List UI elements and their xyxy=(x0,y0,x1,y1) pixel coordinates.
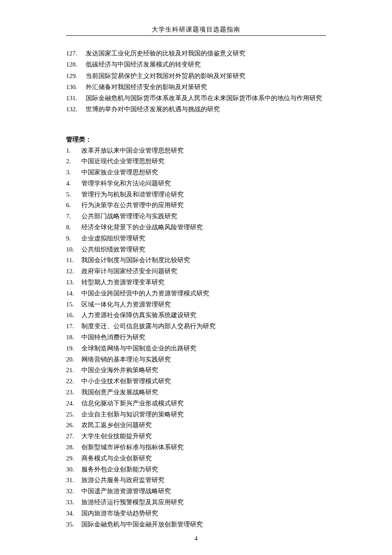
list-number: 128. xyxy=(66,59,86,70)
list-number: 14. xyxy=(66,288,81,299)
list-item: 19.全球制造网络与中国制造企业的出路研究 xyxy=(66,343,326,354)
list-text: 制度变迁、公司信息披露与内部人交易行为研究 xyxy=(81,321,326,332)
list-item: 28.创新型城市评价标准与指标体系研究 xyxy=(66,442,326,453)
list-item: 3.中国家族企业管理思想研究 xyxy=(66,167,326,178)
list-number: 22. xyxy=(66,376,81,387)
list-text: 中国企业海外并购策略研究 xyxy=(81,365,326,376)
list-number: 23. xyxy=(66,387,81,398)
list-text: 中小企业技术创新管理模式研究 xyxy=(81,376,326,387)
list-item: 7.公共部门战略管理理论与实践研究 xyxy=(66,211,326,222)
list-number: 21. xyxy=(66,365,81,376)
list-number: 13. xyxy=(66,277,81,288)
list-number: 35. xyxy=(66,519,81,530)
list-number: 27. xyxy=(66,431,81,442)
list-text: 中国企业跨国经营中的人力资源管理模式研究 xyxy=(81,288,326,299)
list-text: 中国家族企业管理思想研究 xyxy=(81,167,326,178)
list-number: 11. xyxy=(66,255,81,266)
list-item: 16.人力资源社会保障仿真实验系统建设研究 xyxy=(66,310,326,321)
list-number: 26. xyxy=(66,420,81,431)
list-number: 131. xyxy=(66,92,86,104)
list-item: 1.改革开放以来中国企业管理思想研究 xyxy=(66,145,326,156)
list-number: 2. xyxy=(66,156,81,167)
list-text: 企业虚拟组织管理研究 xyxy=(81,233,326,244)
list-item: 18.中国特色消费行为研究 xyxy=(66,332,326,343)
list-text: 经济全球化背景下的企业战略风险管理研究 xyxy=(81,222,326,233)
list-text: 全球制造网络与中国制造企业的出路研究 xyxy=(81,343,326,354)
list-text: 农民工返乡创业问题研究 xyxy=(81,420,326,431)
list-number: 28. xyxy=(66,442,81,453)
list-text: 中国近现代企业管理思想研究 xyxy=(81,156,326,167)
list-text: 国际金融危机与国际货币体系改革及人民币在未来国际货币体系中的地位与作用研究 xyxy=(86,92,326,104)
list-item: 15.区域一体化与人力资源管理研究 xyxy=(66,299,326,310)
list-number: 6. xyxy=(66,200,81,211)
list-text: 中国遗产旅游资源管理战略研究 xyxy=(81,486,326,497)
list-item: 21.中国企业海外并购策略研究 xyxy=(66,365,326,376)
list-text: 人力资源社会保障仿真实验系统建设研究 xyxy=(81,310,326,321)
list-item: 4.管理学科学化和方法论问题研究 xyxy=(66,178,326,189)
list-text: 旅游经济运行预警模型及其应用研究 xyxy=(81,497,326,508)
section2-list: 1.改革开放以来中国企业管理思想研究 2.中国近现代企业管理思想研究 3.中国家… xyxy=(66,145,326,530)
page: 大学生科研课题项目选题指南 127.发达国家工业化历史经验的比较及对我国的借鉴意… xyxy=(0,0,392,555)
list-text: 发达国家工业化历史经验的比较及对我国的借鉴意义研究 xyxy=(86,48,326,59)
list-text: 商务模式与企业创新研究 xyxy=(81,453,326,464)
list-item: 6.行为决策学在公共管理中的应用研究 xyxy=(66,200,326,211)
list-text: 旅游公共服务与政府监管研究 xyxy=(81,475,326,486)
list-number: 7. xyxy=(66,211,81,222)
list-item: 129.当前国际贸易保护主义对我国对外贸易的影响及对策研究 xyxy=(66,70,326,81)
list-number: 129. xyxy=(66,70,86,81)
list-item: 24.信息化驱动下新兴产业形成模式研究 xyxy=(66,398,326,409)
list-text: 行为决策学在公共管理中的应用研究 xyxy=(81,200,326,211)
list-text: 公共组织绩效管理研究 xyxy=(81,244,326,255)
list-text: 转型期人力资源管理变革研究 xyxy=(81,277,326,288)
list-item: 130.外汇储备对我国经济安全的影响及对策研究 xyxy=(66,81,326,92)
list-text: 中国特色消费行为研究 xyxy=(81,332,326,343)
list-item: 132.世博的举办对中国经济发展的机遇与挑战的研究 xyxy=(66,104,326,115)
list-item: 127.发达国家工业化历史经验的比较及对我国的借鉴意义研究 xyxy=(66,48,326,59)
list-number: 34. xyxy=(66,508,81,519)
list-item: 31.旅游公共服务与政府监管研究 xyxy=(66,475,326,486)
list-text: 企业自主创新与知识管理的策略研究 xyxy=(81,409,326,420)
list-text: 我国创意产业发展战略研究 xyxy=(81,387,326,398)
list-number: 10. xyxy=(66,244,81,255)
page-title: 大学生科研课题项目选题指南 xyxy=(152,26,240,33)
list-item: 8.经济全球化背景下的企业战略风险管理研究 xyxy=(66,222,326,233)
list-number: 29. xyxy=(66,453,81,464)
list-item: 131.国际金融危机与国际货币体系改革及人民币在未来国际货币体系中的地位与作用研… xyxy=(66,92,326,104)
list-number: 1. xyxy=(66,145,81,156)
list-number: 32. xyxy=(66,486,81,497)
list-item: 10.公共组织绩效管理研究 xyxy=(66,244,326,255)
list-item: 34.国内旅游市场变动趋势研究 xyxy=(66,508,326,519)
list-text: 服务外包企业创新能力研究 xyxy=(81,464,326,475)
list-text: 创新型城市评价标准与指标体系研究 xyxy=(81,442,326,453)
list-item: 35.国际金融危机与中国金融开放创新管理研究 xyxy=(66,519,326,530)
list-number: 30. xyxy=(66,464,81,475)
list-item: 2.中国近现代企业管理思想研究 xyxy=(66,156,326,167)
list-number: 24. xyxy=(66,398,81,409)
list-text: 我国会计制度与国际会计制度比较研究 xyxy=(81,255,326,266)
list-number: 17. xyxy=(66,321,81,332)
list-item: 22.中小企业技术创新管理模式研究 xyxy=(66,376,326,387)
list-item: 5.管理行为与机制及和谐管理理论研究 xyxy=(66,189,326,200)
list-item: 27.大学生创业技能提升研究 xyxy=(66,431,326,442)
list-number: 33. xyxy=(66,497,81,508)
list-text: 低碳经济与中国经济发展模式的转变研究 xyxy=(86,59,326,70)
list-text: 管理学科学化和方法论问题研究 xyxy=(81,178,326,189)
list-item: 128.低碳经济与中国经济发展模式的转变研究 xyxy=(66,59,326,70)
list-number: 19. xyxy=(66,343,81,354)
list-item: 11.我国会计制度与国际会计制度比较研究 xyxy=(66,255,326,266)
list-text: 外汇储备对我国经济安全的影响及对策研究 xyxy=(86,81,326,92)
section-heading: 管理类： xyxy=(66,136,326,144)
list-number: 9. xyxy=(66,233,81,244)
list-item: 14.中国企业跨国经营中的人力资源管理模式研究 xyxy=(66,288,326,299)
list-number: 3. xyxy=(66,167,81,178)
list-text: 大学生创业技能提升研究 xyxy=(81,431,326,442)
list-item: 9.企业虚拟组织管理研究 xyxy=(66,233,326,244)
list-number: 5. xyxy=(66,189,81,200)
list-text: 区域一体化与人力资源管理研究 xyxy=(81,299,326,310)
list-number: 8. xyxy=(66,222,81,233)
list-number: 16. xyxy=(66,310,81,321)
list-item: 13.转型期人力资源管理变革研究 xyxy=(66,277,326,288)
list-text: 信息化驱动下新兴产业形成模式研究 xyxy=(81,398,326,409)
page-header: 大学生科研课题项目选题指南 xyxy=(66,26,326,36)
list-text: 网络营销的基本理论与实践研究 xyxy=(81,354,326,365)
